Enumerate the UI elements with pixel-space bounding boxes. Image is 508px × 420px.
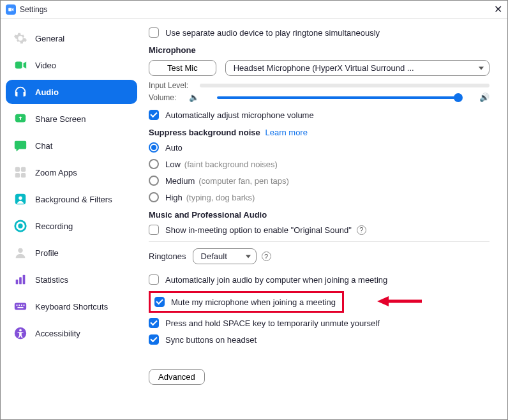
sidebar-item-share-screen[interactable]: Share Screen xyxy=(6,107,137,131)
ringtones-label: Ringtones xyxy=(149,251,186,261)
speaker-low-icon: 🔈 xyxy=(189,93,199,102)
noise-low-label: Low xyxy=(165,160,181,169)
svg-rect-19 xyxy=(24,304,25,306)
music-audio-heading: Music and Professional Audio xyxy=(149,210,489,220)
svg-point-11 xyxy=(18,248,22,253)
noise-auto-radio[interactable] xyxy=(149,142,159,153)
noise-medium-hint: (computer fan, pen taps) xyxy=(198,176,289,186)
gear-icon xyxy=(13,31,27,45)
svg-rect-16 xyxy=(17,304,18,306)
svg-rect-15 xyxy=(15,303,26,310)
sidebar-item-label: Zoom Apps xyxy=(35,168,77,177)
learn-more-link[interactable]: Learn more xyxy=(265,128,307,137)
svg-rect-4 xyxy=(21,167,26,172)
sidebar-item-recording[interactable]: Recording xyxy=(6,214,137,238)
svg-rect-3 xyxy=(15,167,20,172)
noise-high-radio[interactable] xyxy=(149,192,159,202)
press-hold-space-label: Press and hold SPACE key to temporarily … xyxy=(165,319,380,328)
sidebar-item-keyboard-shortcuts[interactable]: Keyboard Shortcuts xyxy=(6,294,137,319)
sidebar-item-label: Accessibility xyxy=(35,329,80,338)
sidebar-item-profile[interactable]: Profile xyxy=(6,241,137,265)
noise-high-hint: (typing, dog barks) xyxy=(186,193,255,202)
svg-rect-17 xyxy=(19,304,20,306)
svg-rect-5 xyxy=(15,173,20,177)
svg-rect-1 xyxy=(15,62,22,69)
auto-adjust-checkbox[interactable] xyxy=(149,110,159,120)
annotation-arrow xyxy=(377,294,422,309)
separate-audio-label: Use separate audio device to play ringto… xyxy=(165,28,380,38)
microphone-device-select[interactable]: Headset Microphone (HyperX Virtual Surro… xyxy=(225,60,489,76)
sidebar-item-background-filters[interactable]: Background & Filters xyxy=(6,187,137,211)
sidebar-item-label: Audio xyxy=(35,87,59,97)
original-sound-label: Show in-meeting option to enable "Origin… xyxy=(165,225,352,235)
separate-audio-checkbox[interactable] xyxy=(149,27,159,38)
sidebar-item-audio[interactable]: Audio xyxy=(6,80,137,104)
video-icon xyxy=(13,58,27,72)
statistics-icon xyxy=(13,273,27,287)
mute-on-join-checkbox[interactable] xyxy=(154,297,165,307)
original-sound-checkbox[interactable] xyxy=(149,225,159,235)
noise-high-label: High xyxy=(165,193,183,202)
svg-point-8 xyxy=(19,196,22,200)
svg-rect-6 xyxy=(21,173,26,177)
sidebar-item-statistics[interactable]: Statistics xyxy=(6,267,137,292)
profile-icon xyxy=(13,246,27,260)
svg-marker-24 xyxy=(377,296,389,306)
volume-label: Volume: xyxy=(149,93,176,102)
accessibility-icon xyxy=(13,326,27,340)
sidebar-item-label: General xyxy=(35,34,64,43)
sidebar-item-label: Recording xyxy=(35,221,73,231)
noise-low-radio[interactable] xyxy=(149,159,159,169)
svg-rect-14 xyxy=(23,275,26,285)
help-icon[interactable]: ? xyxy=(262,251,271,261)
svg-rect-0 xyxy=(8,8,11,11)
sidebar-item-zoom-apps[interactable]: Zoom Apps xyxy=(6,160,137,184)
auto-join-checkbox[interactable] xyxy=(149,274,159,285)
test-mic-button[interactable]: Test Mic xyxy=(149,60,216,76)
sidebar-item-video[interactable]: Video xyxy=(6,53,137,77)
app-icon xyxy=(6,4,16,15)
suppress-noise-heading: Suppress background noise Learn more xyxy=(149,128,489,137)
sidebar-item-label: Profile xyxy=(35,248,59,258)
noise-medium-radio[interactable] xyxy=(149,176,159,186)
svg-rect-13 xyxy=(19,277,22,284)
volume-slider[interactable] xyxy=(217,96,461,99)
sidebar-item-label: Share Screen xyxy=(35,114,86,124)
input-level-label: Input Level: xyxy=(149,81,188,90)
microphone-heading: Microphone xyxy=(149,45,489,55)
noise-low-hint: (faint background noises) xyxy=(184,160,278,169)
divider xyxy=(149,241,489,242)
content-panel: Use separate audio device to play ringto… xyxy=(142,19,507,419)
sync-headset-checkbox[interactable] xyxy=(149,334,159,345)
press-hold-space-checkbox[interactable] xyxy=(149,318,159,328)
svg-rect-18 xyxy=(21,304,22,306)
sidebar-item-chat[interactable]: Chat xyxy=(6,133,137,158)
noise-medium-label: Medium xyxy=(165,176,195,186)
sidebar-item-label: Chat xyxy=(35,141,52,151)
sidebar-item-label: Statistics xyxy=(35,275,68,285)
sidebar: General Video Audio Share Screen Chat Zo… xyxy=(1,19,142,419)
auto-adjust-label: Automatically adjust microphone volume xyxy=(165,110,314,120)
svg-rect-20 xyxy=(17,307,23,308)
chat-icon xyxy=(13,139,27,153)
apps-icon xyxy=(13,165,27,179)
mute-on-join-label: Mute my microphone when joining a meetin… xyxy=(171,297,336,307)
input-level-meter xyxy=(200,84,489,87)
noise-auto-label: Auto xyxy=(165,143,183,153)
sidebar-item-accessibility[interactable]: Accessibility xyxy=(6,321,137,345)
sidebar-item-general[interactable]: General xyxy=(6,26,137,50)
auto-join-label: Automatically join audio by computer whe… xyxy=(165,275,387,285)
sidebar-item-label: Video xyxy=(35,61,56,70)
speaker-high-icon: 🔊 xyxy=(479,93,489,102)
share-screen-icon xyxy=(13,112,27,126)
close-icon[interactable]: ✕ xyxy=(494,3,502,15)
sidebar-item-label: Keyboard Shortcuts xyxy=(35,302,108,311)
background-icon xyxy=(13,192,27,206)
recording-icon xyxy=(13,219,27,233)
titlebar: Settings ✕ xyxy=(1,1,507,19)
help-icon[interactable]: ? xyxy=(357,225,366,235)
ringtones-select[interactable]: Default xyxy=(193,248,257,264)
svg-point-22 xyxy=(19,329,22,332)
advanced-button[interactable]: Advanced xyxy=(149,369,205,385)
svg-rect-12 xyxy=(16,280,19,284)
